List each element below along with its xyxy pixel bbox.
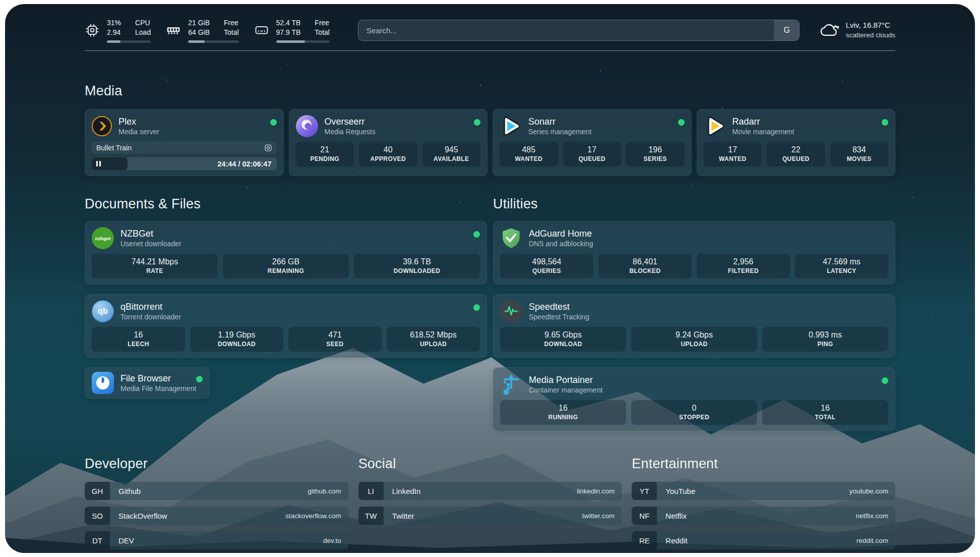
bookmark-twitter[interactable]: TW Twitter twitter.com bbox=[358, 507, 622, 525]
section-title-entertainment: Entertainment bbox=[632, 456, 895, 472]
search-bar: G bbox=[358, 20, 800, 41]
stat-label: APPROVED bbox=[362, 155, 414, 163]
qbittorrent-card[interactable]: qb qBittorrent Torrent downloader 16 LEE… bbox=[85, 294, 487, 358]
app-subtitle: Media server bbox=[118, 127, 159, 136]
cpu-load-label: Load bbox=[135, 28, 151, 37]
app-subtitle: Container management bbox=[529, 385, 602, 395]
bookmark-name: DEV bbox=[110, 531, 134, 549]
stat-label: SEED bbox=[291, 340, 379, 348]
stat-rate: 744.21 Mbps RATE bbox=[92, 254, 218, 278]
app-title: qBittorrent bbox=[120, 301, 181, 312]
speedtest-card[interactable]: Speedtest Speedtest Tracking 9.65 Gbps D… bbox=[493, 294, 895, 358]
memory-progress-fill bbox=[188, 40, 205, 43]
cpu-load-value: 2.94 bbox=[107, 28, 121, 37]
app-subtitle: Series management bbox=[528, 127, 591, 136]
stat-value: 618.52 Mbps bbox=[390, 330, 477, 340]
bookmark-linkedin[interactable]: LI LinkedIn linkedin.com bbox=[358, 482, 622, 500]
filebrowser-card[interactable]: File Browser Media File Management bbox=[85, 367, 210, 399]
bookmark-abbr: DT bbox=[85, 531, 110, 549]
stat-remaining: 266 GB REMAINING bbox=[223, 254, 349, 278]
bookmark-url: netflix.com bbox=[855, 507, 895, 525]
bookmark-stackoverflow[interactable]: SO StackOverflow stackoverflow.com bbox=[85, 507, 348, 525]
stat-running: 16 RUNNING bbox=[500, 400, 626, 425]
plex-card[interactable]: Plex Media server Bullet Train bbox=[85, 109, 284, 176]
stat-value: 39.6 TB bbox=[357, 257, 477, 267]
weather-location-temp: Lviv, 16.87°C bbox=[846, 20, 895, 30]
bookmark-name: LinkedIn bbox=[384, 482, 421, 500]
status-dot bbox=[270, 119, 277, 126]
app-title: Radarr bbox=[732, 116, 794, 127]
stat-label: PENDING bbox=[299, 155, 351, 163]
disk-free-value: 52.4 TB bbox=[276, 18, 301, 28]
sonarr-icon bbox=[500, 115, 522, 137]
stat-latency: 47.569 ms LATENCY bbox=[795, 254, 888, 278]
stat-value: 196 bbox=[629, 145, 682, 155]
bookmark-github[interactable]: GH Github github.com bbox=[85, 482, 348, 500]
bookmark-url: reddit.com bbox=[856, 531, 895, 549]
app-title: Plex bbox=[118, 116, 159, 127]
bookmark-abbr: NF bbox=[632, 507, 657, 525]
bookmark-reddit[interactable]: RE Reddit reddit.com bbox=[632, 531, 895, 549]
portainer-card[interactable]: Media Portainer Container management 16 … bbox=[493, 367, 895, 431]
cpu-progress-track bbox=[107, 40, 151, 43]
bookmark-url: linkedin.com bbox=[577, 482, 622, 500]
stat-total: 16 TOTAL bbox=[762, 400, 888, 425]
bookmark-netflix[interactable]: NF Netflix netflix.com bbox=[632, 507, 895, 525]
bookmark-url: stackoverflow.com bbox=[285, 507, 348, 525]
stat-available: 945 AVAILABLE bbox=[422, 142, 481, 166]
stat-value: 0.993 ms bbox=[765, 330, 885, 340]
snow-particles bbox=[5, 4, 6, 5]
media-card-row: Plex Media server Bullet Train bbox=[85, 109, 895, 176]
bookmark-url: youtube.com bbox=[849, 482, 895, 500]
stat-download: 9.65 Gbps DOWNLOAD bbox=[500, 327, 626, 352]
status-dot bbox=[196, 376, 203, 382]
playback-progress-bar[interactable]: 24:44 / 02:06:47 bbox=[92, 157, 277, 170]
adguard-card[interactable]: AdGuard Home DNS and adblocking 498,564 … bbox=[493, 221, 895, 285]
pause-icon[interactable] bbox=[96, 157, 101, 170]
overseerr-card[interactable]: Overseerr Media Requests 21 PENDING 40 A… bbox=[289, 109, 488, 176]
bookmark-youtube[interactable]: YT YouTube youtube.com bbox=[632, 482, 895, 500]
media-art-icon bbox=[264, 144, 272, 152]
weather-condition: scattered clouds bbox=[846, 30, 895, 40]
stat-label: WANTED bbox=[707, 155, 759, 163]
app-subtitle: Speedtest Tracking bbox=[529, 312, 589, 321]
status-dot bbox=[678, 119, 685, 126]
nzbget-icon: nzbget bbox=[92, 227, 114, 249]
sonarr-card[interactable]: Sonarr Series management 485 WANTED 17 Q… bbox=[493, 109, 692, 176]
status-dot bbox=[473, 231, 480, 238]
stat-value: 22 bbox=[770, 145, 822, 155]
search-input[interactable] bbox=[358, 20, 774, 40]
bookmark-abbr: SO bbox=[85, 507, 110, 525]
dashboard-window: 31% CPU 2.94 Load bbox=[5, 4, 975, 553]
stat-value: 86,401 bbox=[601, 257, 689, 267]
stat-label: TOTAL bbox=[765, 413, 885, 421]
stat-value: 1.19 Gbps bbox=[193, 330, 280, 340]
stat-value: 0 bbox=[634, 403, 754, 413]
bookmark-dev[interactable]: DT DEV dev.to bbox=[85, 531, 348, 549]
search-engine-button[interactable]: G bbox=[774, 20, 799, 40]
disk-icon bbox=[254, 23, 269, 38]
stat-value: 47.569 ms bbox=[798, 257, 885, 267]
bookmark-group-developer: Developer GH Github github.com SO StackO… bbox=[85, 456, 348, 549]
stat-value: 21 bbox=[299, 145, 351, 155]
bookmark-url: twitter.com bbox=[582, 507, 622, 525]
nzbget-card[interactable]: nzbget NZBGet Usenet downloader 744.21 M… bbox=[85, 221, 487, 285]
stat-value: 16 bbox=[765, 403, 885, 413]
app-title: AdGuard Home bbox=[529, 228, 593, 239]
stat-value: 471 bbox=[291, 330, 379, 340]
memory-free-label: Free bbox=[224, 18, 239, 28]
stat-label: BLOCKED bbox=[601, 267, 689, 275]
bookmark-name: YouTube bbox=[657, 482, 695, 500]
status-dot bbox=[473, 304, 480, 311]
bookmark-abbr: TW bbox=[358, 507, 384, 525]
radarr-card[interactable]: Radarr Movie management 17 WANTED 22 QUE… bbox=[697, 109, 896, 176]
stat-label: DOWNLOAD bbox=[503, 340, 623, 348]
stat-value: 2,956 bbox=[700, 257, 787, 267]
bookmark-abbr: LI bbox=[358, 482, 384, 500]
stat-label: STOPPED bbox=[634, 413, 754, 421]
disk-stat: 52.4 TB Free 97.9 TB Total bbox=[254, 18, 330, 43]
cloud-icon bbox=[819, 21, 840, 39]
stat-seed: 471 SEED bbox=[288, 327, 382, 352]
stat-label: AVAILABLE bbox=[425, 155, 478, 163]
radarr-icon bbox=[704, 115, 726, 137]
